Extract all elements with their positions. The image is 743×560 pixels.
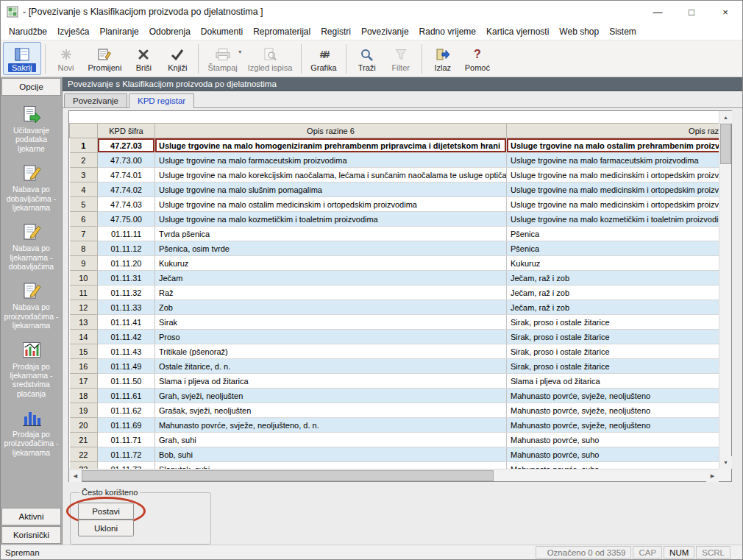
menu-item-izvjesca[interactable]: Izvješća (52, 24, 94, 39)
cell-opis6[interactable]: Zob (155, 300, 507, 315)
table-row[interactable]: 901.11.20KukuruzKukuruz (70, 256, 719, 271)
menu-item-radno-vrijeme[interactable]: Radno vrijeme (414, 24, 481, 39)
dropdown-arrow-icon[interactable]: ▼ (238, 49, 243, 54)
cell-kpd[interactable]: 01.11.49 (98, 359, 155, 374)
cell-kpd[interactable]: 01.11.73 (98, 462, 155, 469)
cell-rownum[interactable]: 22 (70, 447, 98, 462)
stampaj-button[interactable]: ▼Štampaj (202, 42, 242, 75)
izgled-ispisa-button[interactable]: Izgled ispisa (243, 42, 298, 75)
menu-item-web-shop[interactable]: Web shop (554, 24, 604, 39)
cell-kpd[interactable]: 01.11.69 (98, 418, 155, 433)
cell-opis6[interactable]: Ostale žitarice, d. n. (155, 359, 507, 374)
knjizi-button[interactable]: Knjiži (160, 42, 194, 75)
tab-kpd-registar[interactable]: KPD registar (129, 93, 194, 108)
cell-kpd[interactable]: 01.11.41 (98, 315, 155, 330)
cell-opis5[interactable]: Mahunasto povrće, svježe, neoljušteno (507, 418, 719, 433)
sakrij-button[interactable]: Sakrij (3, 42, 41, 75)
menu-item-kartica-vjernosti[interactable]: Kartica vjernosti (481, 24, 554, 39)
cell-opis6[interactable]: Usluge trgovine na malo korekcijskim nao… (155, 168, 507, 182)
cell-rownum[interactable]: 8 (70, 241, 98, 256)
cell-rownum[interactable]: 19 (70, 403, 98, 418)
cell-rownum[interactable]: 21 (70, 433, 98, 447)
cell-kpd[interactable]: 47.74.03 (98, 197, 155, 212)
pomoc-button[interactable]: ?Pomoć (460, 42, 495, 75)
cell-opis5[interactable]: Mahunasto povrće, svježe, neoljušteno (507, 389, 719, 403)
horizontal-scroll-thumb[interactable] (82, 470, 494, 481)
cell-opis6[interactable]: Proso (155, 330, 507, 344)
sidebar-item-nabava-po-proizvo-acima-ljekarnama[interactable]: Nabava po proizvođačima - ljekarnama (1, 281, 62, 330)
cell-opis5[interactable]: Usluge trgovine na malo medicinskim i or… (507, 197, 719, 212)
cell-opis5[interactable]: Mahunasto povrće, suho (507, 433, 719, 447)
cell-opis5[interactable]: Ječam, raž i zob (507, 300, 719, 315)
cell-opis5[interactable]: Sirak, proso i ostale žitarice (507, 359, 719, 374)
cell-opis5[interactable]: Pšenica (507, 241, 719, 256)
cell-opis5[interactable]: Mahunasto povrće, suho (507, 447, 719, 462)
cell-opis5[interactable]: Usluge trgovine na malo medicinskim i or… (507, 182, 719, 197)
table-row[interactable]: 247.73.00Usluge trgovine na malo farmace… (70, 153, 719, 168)
cell-rownum[interactable]: 18 (70, 389, 98, 403)
column-header-kpd-sifra[interactable]: KPD šifra (98, 124, 155, 138)
cell-rownum[interactable]: 9 (70, 256, 98, 271)
vertical-scrollbar[interactable]: ▲ ▼ (719, 111, 731, 469)
table-row[interactable]: 2301.11.73Slanutak, suhiMahunasto povrće… (70, 462, 719, 469)
sidebar-item-nabava-po-dobavljacima-ljekarnama[interactable]: Nabava po dobavljačima - ljekarnama (1, 163, 62, 212)
cell-rownum[interactable]: 3 (70, 168, 98, 182)
cell-kpd[interactable]: 01.11.50 (98, 374, 155, 389)
cell-rownum[interactable]: 20 (70, 418, 98, 433)
novi-button[interactable]: Novi (49, 42, 83, 75)
cell-opis5[interactable]: Usluge trgovine na malo ostalim prehramb… (507, 138, 719, 153)
cell-opis6[interactable]: Grah, suhi (155, 433, 507, 447)
scroll-left-icon[interactable]: ◀ (69, 469, 82, 482)
column-header-rownum[interactable] (70, 124, 98, 138)
cell-opis5[interactable]: Sirak, proso i ostale žitarice (507, 315, 719, 330)
cell-kpd[interactable]: 01.11.32 (98, 286, 155, 300)
menu-item-povezivanje[interactable]: Povezivanje (356, 24, 414, 39)
cell-kpd[interactable]: 01.11.33 (98, 300, 155, 315)
izlaz-button[interactable]: Izlaz (426, 42, 460, 75)
grafika-button[interactable]: ##Grafika (305, 42, 341, 75)
cell-kpd[interactable]: 01.11.12 (98, 241, 155, 256)
sidebar-item-ucitavanje-podataka-ljekarne[interactable]: Učitavanje podataka ljekarne (1, 104, 62, 153)
scroll-up-icon[interactable]: ▲ (719, 111, 732, 124)
sidebar-item-prodaja-po-ljekarnama-sredstvima-placanja[interactable]: Prodaja po ljekarnama - sredstvima plaća… (1, 341, 62, 399)
cell-rownum[interactable]: 17 (70, 374, 98, 389)
cell-opis5[interactable]: Usluge trgovine na malo medicinskim i or… (507, 168, 719, 182)
cell-kpd[interactable]: 47.74.01 (98, 168, 155, 182)
cell-opis6[interactable]: Slanutak, suhi (155, 462, 507, 469)
cell-opis6[interactable]: Ječam (155, 271, 507, 286)
brisi-button[interactable]: Briši (127, 42, 160, 75)
scroll-down-icon[interactable]: ▼ (719, 456, 732, 469)
postavi-button[interactable]: Postavi (78, 503, 134, 520)
cell-opis5[interactable]: Pšenica (507, 227, 719, 241)
cell-opis6[interactable]: Usluge trgovine na malo farmaceutskim pr… (155, 153, 507, 168)
table-row[interactable]: 1801.11.61Grah, svježi, neoljuštenMahuna… (70, 389, 719, 403)
cell-kpd[interactable]: 01.11.62 (98, 403, 155, 418)
cell-opis6[interactable]: Sirak (155, 315, 507, 330)
sidebar-aktivni-button[interactable]: Aktivni (1, 508, 61, 525)
table-row[interactable]: 1701.11.50Slama i pljeva od žitaricaSlam… (70, 374, 719, 389)
table-row[interactable]: 801.11.12Pšenica, osim tvrdePšenica (70, 241, 719, 256)
cell-opis5[interactable]: Kukuruz (507, 256, 719, 271)
cell-rownum[interactable]: 4 (70, 182, 98, 197)
table-row[interactable]: 347.74.01Usluge trgovine na malo korekci… (70, 168, 719, 182)
cell-rownum[interactable]: 1 (70, 138, 98, 153)
menu-item-repromaterijal[interactable]: Repromaterijal (248, 24, 316, 39)
column-header-opis-razine-5[interactable]: Opis razine 5 (507, 124, 719, 138)
table-row[interactable]: 647.75.00Usluge trgovine na malo kozmeti… (70, 212, 719, 227)
table-row[interactable]: 1001.11.31JečamJečam, raž i zob (70, 271, 719, 286)
table-row[interactable]: 1101.11.32RažJečam, raž i zob (70, 286, 719, 300)
cell-rownum[interactable]: 12 (70, 300, 98, 315)
cell-opis5[interactable]: Sirak, proso i ostale žitarice (507, 344, 719, 359)
table-row[interactable]: 2101.11.71Grah, suhiMahunasto povrće, su… (70, 433, 719, 447)
trazi-button[interactable]: Traži (350, 42, 384, 75)
menu-item-planiranje[interactable]: Planiranje (94, 24, 143, 39)
table-row[interactable]: 547.74.03Usluge trgovine na malo ostalim… (70, 197, 719, 212)
cell-opis6[interactable]: Bob, suhi (155, 447, 507, 462)
cell-opis6[interactable]: Usluge trgovine na malo slušnim pomagali… (155, 182, 507, 197)
table-row[interactable]: 1901.11.62Grašak, svježi, neoljuštenMahu… (70, 403, 719, 418)
cell-kpd[interactable]: 01.11.20 (98, 256, 155, 271)
filter-button[interactable]: Filter (384, 42, 418, 75)
cell-opis6[interactable]: Usluge trgovine na malo ostalim medicins… (155, 197, 507, 212)
menu-item-sistem[interactable]: Sistem (604, 24, 641, 39)
cell-opis6[interactable]: Mahunasto povrće, svježe, neoljušteno, d… (155, 418, 507, 433)
